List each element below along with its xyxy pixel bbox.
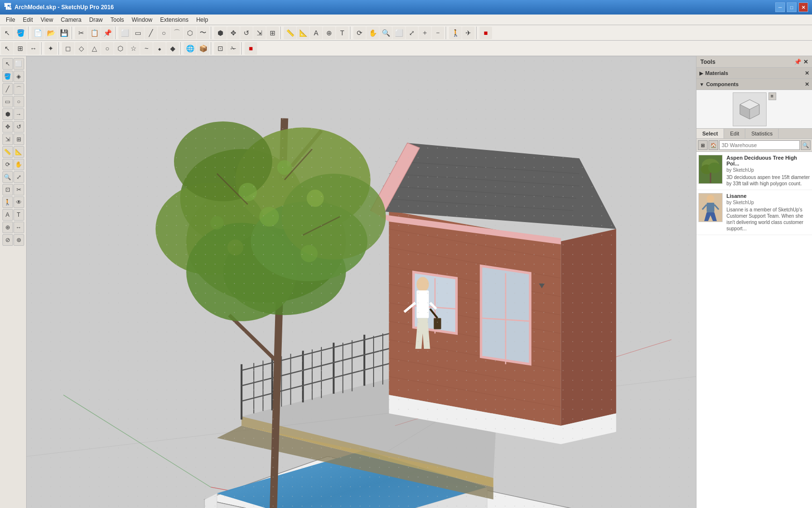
- tool-shape9[interactable]: ◆: [166, 42, 179, 55]
- left-tool-offset[interactable]: ⊞: [14, 134, 24, 145]
- view-options-btn[interactable]: ⊞: [698, 140, 708, 150]
- tool-offset[interactable]: ⊞: [266, 27, 279, 39]
- tool-copy[interactable]: 📋: [88, 27, 101, 39]
- tool-zoomin[interactable]: ＋: [419, 27, 431, 39]
- tool-walkthrough[interactable]: 🚶: [449, 27, 462, 39]
- left-tool-rotate[interactable]: ↺: [14, 121, 24, 133]
- tool-component-axes[interactable]: ⊞: [14, 42, 27, 55]
- menu-edit[interactable]: Edit: [19, 15, 37, 24]
- tool-rotate[interactable]: ↺: [240, 27, 253, 39]
- tool-shape2[interactable]: ◇: [75, 42, 87, 55]
- menu-draw[interactable]: Draw: [86, 15, 107, 24]
- tool-axes[interactable]: ⊕: [323, 27, 335, 39]
- tool-cut[interactable]: ✂: [75, 27, 87, 39]
- close-button[interactable]: ✕: [798, 2, 808, 12]
- tool-shape3[interactable]: △: [88, 42, 101, 55]
- tool-origin[interactable]: ✦: [44, 42, 57, 55]
- tool-line[interactable]: ╱: [145, 27, 157, 39]
- left-tool-rect[interactable]: ▭: [2, 96, 13, 107]
- tool-paint[interactable]: 🪣: [14, 27, 27, 39]
- tool-tape[interactable]: 📏: [284, 27, 296, 39]
- home-btn[interactable]: 🏠: [709, 140, 718, 150]
- tool-paste[interactable]: 📌: [101, 27, 114, 39]
- tool-freehand[interactable]: 〜: [197, 27, 209, 39]
- menu-camera[interactable]: Camera: [57, 15, 86, 24]
- tool-move[interactable]: ✥: [227, 27, 240, 39]
- tool-orbit[interactable]: ⟳: [353, 27, 366, 39]
- menu-tools[interactable]: Tools: [107, 15, 128, 24]
- left-tool-sectioncut[interactable]: ✂: [14, 184, 24, 195]
- tools-pin-icon[interactable]: 📌: [794, 59, 801, 65]
- left-tool-line[interactable]: ╱: [2, 83, 13, 95]
- left-tool-walk[interactable]: 🚶: [2, 196, 13, 208]
- left-tool-extra1[interactable]: ⊘: [2, 234, 13, 246]
- tool-scale[interactable]: ⇲: [253, 27, 266, 39]
- maximize-button[interactable]: □: [787, 2, 797, 12]
- menu-extensions[interactable]: Extensions: [156, 15, 192, 24]
- left-tool-select[interactable]: ↖: [2, 58, 13, 70]
- tool-arc[interactable]: ⌒: [171, 27, 183, 39]
- left-tool-look[interactable]: 👁: [14, 196, 24, 208]
- left-tool-dim[interactable]: ↔: [14, 222, 24, 233]
- tool-sketchup-online[interactable]: 🌐: [184, 42, 196, 55]
- menu-file[interactable]: File: [2, 15, 19, 24]
- tool-protractor[interactable]: 📐: [297, 27, 309, 39]
- tool-select2[interactable]: ↖: [1, 42, 14, 55]
- left-tool-zoom[interactable]: 🔍: [2, 171, 13, 183]
- left-tool-section[interactable]: ⊡: [2, 184, 13, 195]
- tool-erase[interactable]: ⬜: [118, 27, 131, 39]
- materials-header[interactable]: ▶ Materials ✕: [696, 68, 812, 78]
- tool-zoom[interactable]: 🔍: [379, 27, 392, 39]
- tool-open[interactable]: 📂: [44, 27, 57, 39]
- left-tool-followme[interactable]: →: [14, 108, 24, 120]
- search-button[interactable]: 🔍: [801, 140, 811, 150]
- left-tool-scale[interactable]: ⇲: [2, 134, 13, 145]
- tool-text[interactable]: A: [310, 27, 322, 39]
- left-tool-pushpull[interactable]: ⬢: [2, 108, 13, 120]
- tool-shape8[interactable]: ⬥: [153, 42, 166, 55]
- left-tool-circle[interactable]: ○: [14, 96, 24, 107]
- tools-close-icon[interactable]: ✕: [803, 59, 808, 65]
- materials-close[interactable]: ✕: [805, 70, 809, 76]
- menu-window[interactable]: Window: [128, 15, 157, 24]
- left-tool-orbit[interactable]: ⟳: [2, 159, 13, 170]
- minimize-button[interactable]: ─: [775, 2, 785, 12]
- tab-select[interactable]: Select: [696, 129, 724, 138]
- left-tool-protractor[interactable]: 📐: [14, 146, 24, 158]
- left-tool-axes[interactable]: ⊕: [2, 222, 13, 233]
- left-tool-extra2[interactable]: ⊛: [14, 234, 24, 246]
- left-tool-zoomext[interactable]: ⤢: [14, 171, 24, 183]
- tab-edit[interactable]: Edit: [724, 129, 745, 138]
- tool-trim[interactable]: ✁: [227, 42, 240, 55]
- tool-zoomout[interactable]: －: [432, 27, 444, 39]
- left-tool-move[interactable]: ✥: [2, 121, 13, 133]
- tool-shape6[interactable]: ☆: [127, 42, 140, 55]
- tool-color[interactable]: ■: [479, 27, 492, 39]
- tool-3dtext[interactable]: T: [336, 27, 348, 39]
- tool-shape7[interactable]: ~: [140, 42, 153, 55]
- search-input[interactable]: [719, 140, 800, 150]
- tool-zoomwindow[interactable]: ⬜: [392, 27, 405, 39]
- tool-rotate2[interactable]: ↔: [27, 42, 40, 55]
- tool-zoomextent[interactable]: ⤢: [406, 27, 418, 39]
- left-tool-text[interactable]: A: [2, 209, 13, 221]
- list-item[interactable]: Aspen Deciduous Tree High Pol... by Sket…: [696, 152, 812, 190]
- canvas-area[interactable]: [27, 56, 696, 508]
- tool-save[interactable]: 💾: [58, 27, 70, 39]
- tool-select[interactable]: ↖: [1, 27, 14, 39]
- tool-warehouse[interactable]: 📦: [197, 42, 209, 55]
- tool-fly[interactable]: ✈: [462, 27, 475, 39]
- tool-polygon[interactable]: ⬡: [184, 27, 196, 39]
- tool-new[interactable]: 📄: [31, 27, 44, 39]
- tab-statistics[interactable]: Statistics: [745, 129, 779, 138]
- tool-shape4[interactable]: ○: [101, 42, 114, 55]
- left-tool-material[interactable]: ◈: [14, 71, 24, 82]
- tool-shape5[interactable]: ⬡: [114, 42, 127, 55]
- tool-rectangle[interactable]: ▭: [131, 27, 144, 39]
- tool-pan[interactable]: ✋: [366, 27, 379, 39]
- left-tool-pan[interactable]: ✋: [14, 159, 24, 170]
- menu-help[interactable]: Help: [192, 15, 212, 24]
- components-close[interactable]: ✕: [805, 81, 809, 88]
- left-tool-paint[interactable]: 🪣: [2, 71, 13, 82]
- left-tool-tape[interactable]: 📏: [2, 146, 13, 158]
